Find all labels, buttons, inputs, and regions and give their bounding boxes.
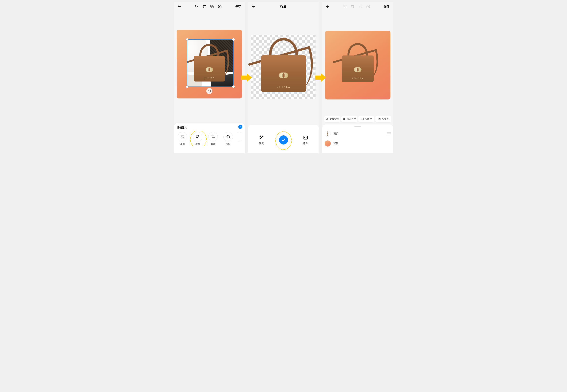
trash-icon	[351, 4, 355, 8]
svg-rect-2	[181, 135, 184, 138]
svg-rect-12	[361, 118, 363, 120]
chip-change-background[interactable]: 更换背景	[324, 116, 340, 122]
add-image-icon	[361, 117, 364, 121]
svg-rect-0	[211, 6, 213, 8]
arrow-left-icon	[177, 4, 181, 8]
trash-button[interactable]	[201, 3, 208, 10]
image-icon	[303, 135, 308, 140]
canvas-area: LEISARA	[322, 11, 393, 116]
resize-handle-tr[interactable]	[232, 38, 235, 41]
canvas-card[interactable]: LEISARA	[325, 31, 390, 99]
chip-canvas-size[interactable]: 画布尺寸	[341, 116, 357, 122]
copy-icon	[358, 4, 362, 8]
svg-rect-10	[343, 118, 345, 120]
tool-shadow[interactable]: 阴影	[222, 132, 234, 146]
chip-add-image[interactable]: 加图片	[358, 116, 374, 122]
image-icon	[180, 135, 185, 139]
rotate-icon	[208, 89, 211, 93]
confirm-wrapper	[279, 135, 288, 144]
back-button[interactable]	[324, 3, 331, 10]
topbar: 保存	[174, 2, 245, 11]
bottom-area: 更换背景 画布尺寸 加图片 加文字	[322, 116, 393, 154]
svg-rect-7	[360, 6, 362, 8]
cutout-action-bar: 修复 原图	[248, 125, 319, 154]
copy-button-disabled	[357, 3, 364, 10]
bag-brand-text: LEISARA	[204, 77, 215, 79]
chip-label: 加图片	[365, 117, 372, 121]
sheet-drag-handle[interactable]	[354, 126, 361, 127]
trash-icon	[202, 4, 206, 8]
chip-add-text[interactable]: 加文字	[375, 116, 391, 122]
undo-button[interactable]	[341, 3, 348, 10]
svg-rect-11	[343, 119, 345, 120]
apply-check-button[interactable]	[238, 125, 242, 129]
screen-edit-image: 保存 LEISARA	[174, 2, 245, 154]
topbar: 抠图	[248, 2, 319, 11]
repair-button[interactable]: 修复	[259, 135, 264, 145]
save-button[interactable]: 保存	[234, 5, 243, 8]
cutout-subject[interactable]: LEISARA	[257, 38, 310, 96]
svg-rect-8	[359, 5, 361, 7]
layer-image[interactable]: 图片	[325, 129, 391, 139]
rotate-button[interactable]	[206, 88, 212, 94]
tool-swap-image[interactable]: 换图	[177, 132, 188, 146]
screen-cutout: 抠图 LEISARA 修复	[248, 2, 319, 154]
tool-cutout[interactable]: 抠图	[192, 132, 204, 146]
svg-point-4	[197, 136, 198, 138]
tool-next-partial[interactable]	[238, 132, 242, 146]
layer-name: 图片	[333, 132, 339, 135]
layer-reorder-handle[interactable]	[387, 132, 391, 135]
triptych: 保存 LEISARA	[174, 2, 393, 154]
layers-button-disabled	[365, 3, 371, 10]
original-button[interactable]: 原图	[303, 135, 308, 145]
selection-frame[interactable]: LEISARA	[187, 39, 233, 87]
layers-button[interactable]	[216, 3, 223, 10]
layer-thumb-background	[325, 140, 331, 147]
confirm-cutout-button[interactable]	[279, 135, 288, 144]
svg-rect-6	[304, 136, 307, 139]
save-button[interactable]: 保存	[382, 5, 391, 8]
bag-brand-text: LEISARA	[277, 86, 290, 88]
selected-photo: LEISARA	[187, 40, 233, 86]
tool-row: 换图 抠图 裁剪 阴影	[176, 131, 243, 146]
check-icon	[281, 138, 286, 142]
chip-label: 更换背景	[329, 117, 339, 121]
edit-tools-sheet: 编辑图片 换图 抠图 裁剪	[174, 123, 245, 154]
action-chip-row: 更换背景 画布尺寸 加图片 加文字	[322, 116, 393, 122]
back-button[interactable]	[176, 3, 183, 10]
tool-crop[interactable]: 裁剪	[207, 132, 219, 146]
placed-subject[interactable]: LEISARA	[339, 43, 377, 84]
tutorial-arrow-2	[315, 72, 326, 83]
cutout-icon	[196, 135, 200, 139]
svg-rect-1	[211, 5, 213, 7]
svg-point-3	[196, 135, 199, 138]
layer-thumb-image	[325, 131, 331, 137]
trash-button-disabled	[349, 3, 356, 10]
resize-handle-br[interactable]	[232, 85, 235, 88]
chip-label: 加文字	[382, 117, 389, 121]
resize-handle-bl[interactable]	[186, 85, 189, 88]
screen-result: 保存 LEISARA 更换背景	[322, 2, 393, 154]
tool-label: 抠图	[196, 143, 200, 146]
tool-label: 换图	[180, 143, 185, 146]
shadow-icon	[226, 135, 230, 139]
copy-button[interactable]	[209, 3, 215, 10]
sheet-title: 编辑图片	[176, 126, 243, 131]
canvas-card[interactable]: LEISARA	[177, 30, 242, 98]
arrow-left-icon	[326, 4, 330, 8]
background-icon	[326, 117, 328, 121]
tutorial-arrow-1	[241, 72, 252, 83]
undo-icon	[343, 4, 347, 8]
canvas-area: LEISARA	[174, 11, 245, 123]
undo-button[interactable]	[193, 3, 200, 10]
chip-label: 画布尺寸	[347, 117, 356, 121]
copy-icon	[210, 4, 214, 8]
layer-name: 背景	[333, 142, 339, 145]
back-button[interactable]	[250, 3, 257, 10]
transparent-canvas[interactable]: LEISARA	[251, 35, 316, 99]
repair-label: 修复	[259, 142, 264, 145]
crop-icon	[211, 135, 215, 139]
topbar: 保存	[322, 2, 393, 11]
layer-background[interactable]: 背景	[325, 139, 391, 148]
wand-icon	[259, 135, 264, 140]
